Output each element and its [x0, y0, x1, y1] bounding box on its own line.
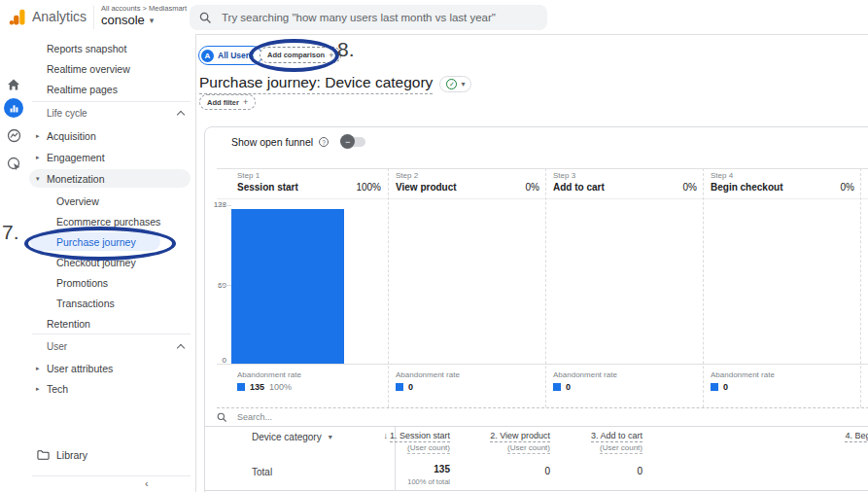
- chevron-up-icon: [177, 111, 185, 119]
- y-axis-tick: 0: [211, 356, 226, 365]
- home-nav-button[interactable]: [0, 73, 27, 96]
- chevron-right-icon: ▸: [36, 360, 40, 377]
- chevron-right-icon: ▸: [36, 380, 40, 398]
- abandonment-cell-1: Abandonment rate 135 100%: [231, 368, 388, 406]
- funnel-report-card: Show open funnel ? − Step 1 Session star…: [204, 126, 868, 492]
- sidebar-item-overview[interactable]: Overview: [27, 193, 192, 210]
- check-circle-icon: ✓: [446, 79, 457, 89]
- abandonment-cell-2: Abandonment rate 0: [390, 368, 546, 406]
- search-bar[interactable]: [190, 5, 547, 30]
- funnel-step-2-header: Step 2 View product 0%: [390, 168, 546, 198]
- report-title-row: Purchase journey: Device category ✓ ▾: [199, 74, 471, 94]
- open-funnel-toggle[interactable]: −: [340, 136, 365, 148]
- chevron-down-icon: ▾: [329, 433, 332, 441]
- property-name: console: [101, 13, 145, 27]
- section-header-user[interactable]: User: [47, 339, 191, 355]
- table-bottom-border: [205, 490, 868, 491]
- sidebar-divider: [32, 475, 191, 476]
- sidebar-item-tech[interactable]: ▸ Tech: [27, 380, 192, 398]
- analytics-app: Analytics All accounts > Mediasmart cons…: [0, 0, 868, 492]
- plus-icon: +: [243, 97, 248, 107]
- funnel-step-1-header: Step 1 Session start 100%: [231, 168, 388, 198]
- annotation-step-8: 8.: [337, 38, 355, 61]
- total-row-label: Total: [252, 467, 272, 477]
- table-search[interactable]: [217, 411, 434, 423]
- column-header-begin-checkout[interactable]: 4. Begin checkout (User count): [845, 431, 868, 452]
- nav-rail: ⚙: [0, 34, 28, 492]
- column-header-add-to-cart[interactable]: 3. Add to cart (User count): [591, 431, 642, 452]
- sidebar-item-retention[interactable]: Retention: [27, 315, 192, 333]
- funnel-bar-session-start[interactable]: [231, 209, 344, 364]
- folder-icon: [37, 449, 50, 461]
- total-session-start: 135: [434, 464, 450, 474]
- analytics-logo-icon: [8, 7, 28, 27]
- advertising-nav-button[interactable]: [0, 152, 27, 175]
- abandonment-cell-4: Abandonment rate 0: [705, 368, 861, 406]
- topbar-divider: [93, 6, 94, 29]
- chevron-up-icon: [177, 344, 185, 352]
- annotation-circle-8: [249, 39, 339, 72]
- table-border: [205, 426, 868, 427]
- advertising-icon: [7, 157, 21, 171]
- funnel-column-separator: [388, 168, 389, 407]
- sidebar-divider: [32, 101, 191, 102]
- search-input[interactable]: [220, 11, 535, 24]
- reports-nav-button[interactable]: [0, 96, 27, 120]
- abandonment-cell-3: Abandonment rate 0: [547, 368, 704, 406]
- chevron-down-icon: ▾: [36, 170, 40, 188]
- sidebar-item-realtime-overview[interactable]: Realtime overview: [27, 60, 192, 78]
- section-header-life-cycle[interactable]: Life cycle: [47, 106, 191, 122]
- search-icon: [199, 12, 212, 24]
- annotation-circle-7: [24, 227, 176, 261]
- topbar: Analytics All accounts > Mediasmart cons…: [0, 0, 868, 35]
- funnel-step-4-header: Step 4 Begin checkout 0%: [705, 168, 861, 198]
- toggle-knob: −: [340, 134, 355, 149]
- sidebar-item-realtime-pages[interactable]: Realtime pages: [27, 81, 192, 98]
- help-icon: ?: [319, 137, 329, 147]
- home-icon: [7, 78, 20, 91]
- open-funnel-toggle-row: Show open funnel ? −: [231, 136, 365, 148]
- annotation-step-7: 7.: [2, 221, 19, 244]
- funnel-bottom-dashed-border: [217, 407, 868, 408]
- funnel-step-3-header: Step 3 Add to cart 0%: [547, 168, 704, 198]
- legend-swatch: [553, 383, 561, 391]
- sidebar-item-library[interactable]: Library: [27, 446, 192, 464]
- sidebar-item-promotions[interactable]: Promotions: [27, 274, 192, 292]
- table-search-input[interactable]: [235, 411, 434, 423]
- dimension-column-header[interactable]: Device category ▾: [252, 432, 332, 442]
- page-title: Purchase journey: Device category: [199, 74, 433, 94]
- search-icon: [217, 412, 227, 423]
- sidebar-item-acquisition[interactable]: ▸ Acquisition: [27, 127, 192, 145]
- chevron-right-icon: ▸: [36, 149, 40, 166]
- legend-swatch: [396, 383, 403, 391]
- total-percent-of-total: 100% of total: [407, 477, 450, 486]
- add-filter-button[interactable]: Add filter +: [199, 94, 256, 110]
- sort-descending-icon: ↓: [383, 431, 388, 440]
- total-view-product: 0: [544, 466, 550, 476]
- explore-icon: [7, 128, 21, 143]
- legend-swatch: [711, 383, 718, 391]
- chevron-down-icon: ▾: [150, 16, 155, 25]
- sidebar-item-user-attributes[interactable]: ▸ User attributes: [27, 360, 192, 377]
- sidebar-item-reports-snapshot[interactable]: Reports snapshot: [27, 40, 192, 57]
- report-status-dropdown[interactable]: ✓ ▾: [439, 76, 471, 92]
- sidebar-item-transactions[interactable]: Transactions: [27, 295, 192, 312]
- funnel-baseline: [217, 364, 868, 365]
- sidebar-item-engagement[interactable]: ▸ Engagement: [27, 149, 192, 166]
- total-add-to-cart: 0: [637, 466, 642, 476]
- sidebar-item-monetization[interactable]: ▾ Monetization: [27, 170, 192, 188]
- property-switcher[interactable]: console ▾: [101, 13, 154, 27]
- column-header-view-product[interactable]: 2. View product (User count): [490, 431, 550, 452]
- funnel-header-border: [217, 198, 868, 199]
- brand-title: Analytics: [32, 9, 87, 24]
- toggle-label: Show open funnel: [231, 136, 313, 148]
- explore-nav-button[interactable]: [0, 123, 27, 147]
- account-breadcrumb: All accounts > Mediasmart: [101, 4, 187, 13]
- column-header-session-start[interactable]: ↓1. Session start (User count): [383, 431, 450, 452]
- reports-icon: [4, 98, 23, 118]
- sidebar-divider: [32, 334, 191, 334]
- chevron-right-icon: ▸: [36, 127, 40, 145]
- collapse-sidebar-icon[interactable]: ‹: [145, 477, 149, 489]
- chevron-down-icon: ▾: [461, 80, 465, 88]
- avatar: A: [201, 50, 214, 62]
